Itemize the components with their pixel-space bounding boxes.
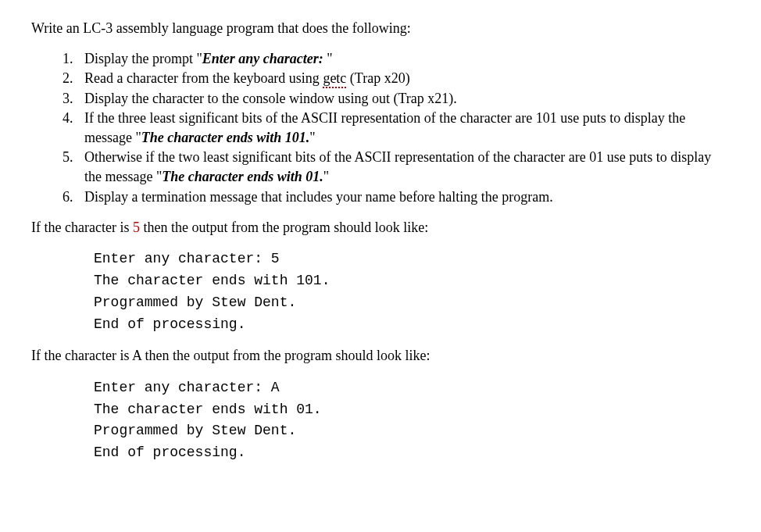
example1-char: 5: [133, 220, 140, 235]
requirement-6: Display a termination message that inclu…: [77, 187, 730, 207]
req5-message: The character ends with 01.: [162, 169, 323, 184]
requirements-list: Display the prompt "Enter any character:…: [31, 49, 730, 207]
example1-lead-c: then the output from the program should …: [140, 220, 428, 235]
requirement-2: Read a character from the keyboard using…: [77, 69, 730, 88]
intro-text: Write an LC-3 assembly language program …: [31, 19, 730, 38]
req2-getc: getc: [323, 70, 346, 88]
example2-lead-a: If the character is: [31, 348, 132, 363]
example2-lead: If the character is A then the output fr…: [31, 346, 730, 366]
requirement-5: Otherwise if the two least significant b…: [77, 148, 730, 187]
req4-part-c: ": [309, 130, 315, 145]
example1-lead: If the character is 5 then the output fr…: [31, 218, 730, 237]
requirement-1: Display the prompt "Enter any character:…: [77, 49, 730, 69]
req5-part-c: ": [323, 169, 329, 184]
req2-part-a: Read a character from the keyboard using: [84, 70, 323, 86]
requirement-4: If the three least significant bits of t…: [77, 109, 730, 148]
req1-part-a: Display the prompt ": [84, 51, 202, 66]
req2-part-c: (Trap x20): [346, 70, 409, 86]
req4-message: The character ends with 101.: [141, 130, 310, 145]
requirement-3: Display the character to the console win…: [77, 89, 730, 109]
example1-output: Enter any character: 5 The character end…: [94, 248, 730, 336]
example1-lead-a: If the character is: [31, 220, 133, 235]
example2-output: Enter any character: A The character end…: [94, 377, 730, 465]
example2-lead-c: then the output from the program should …: [141, 348, 430, 363]
req1-prompt-text: Enter any character:: [202, 51, 323, 66]
req1-part-c: ": [323, 51, 333, 66]
example2-char: A: [132, 348, 141, 363]
